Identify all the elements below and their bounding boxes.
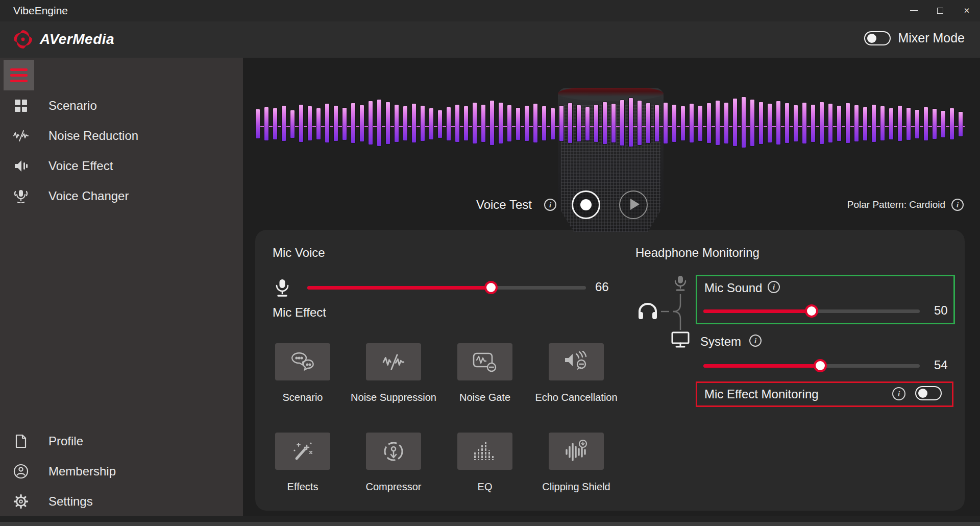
- waveform-bar: [533, 103, 538, 143]
- mic-effect-title: Mic Effect: [273, 305, 326, 320]
- waveform-bar: [333, 105, 338, 141]
- mixer-mode-toggle[interactable]: [864, 31, 891, 45]
- voice-changer-mic-icon: [13, 188, 29, 204]
- waveform-bar: [594, 104, 599, 143]
- waveform-bar: [628, 98, 633, 147]
- sidebar-item-membership[interactable]: Membership: [0, 457, 243, 486]
- hamburger-icon: [10, 68, 28, 71]
- sidebar-item-settings[interactable]: Settings: [0, 487, 243, 516]
- controls-panel: Mic Voice 66 Mic Effect: [255, 230, 965, 511]
- mic-icon: [274, 278, 291, 298]
- effect-button-echo-cancellation[interactable]: [549, 343, 604, 380]
- waveform-bar: [290, 110, 295, 138]
- mic-sound-label: Mic Sound: [704, 281, 762, 295]
- effect-button-noise-suppression[interactable]: [366, 343, 421, 380]
- record-icon: [580, 199, 592, 210]
- waveform-bar: [819, 102, 824, 145]
- waveform-bar: [585, 107, 590, 141]
- maximize-button[interactable]: [927, 0, 953, 21]
- effect-button-compressor[interactable]: [366, 433, 421, 470]
- mic-effect-monitoring-toggle-knob: [918, 389, 927, 398]
- menu-button[interactable]: [4, 60, 34, 90]
- mic-voice-value: 66: [595, 280, 609, 294]
- member-icon: [13, 464, 29, 479]
- sidebar-item-voice-changer[interactable]: Voice Changer: [0, 181, 243, 211]
- voice-test-info-icon[interactable]: i: [544, 199, 556, 211]
- waveform-bar: [854, 105, 859, 142]
- system-label: System: [700, 334, 741, 349]
- window-bottom-edge: [0, 522, 980, 526]
- sidebar-item-noise-reduction[interactable]: Noise Reduction: [0, 121, 243, 151]
- mic-sound-info-icon[interactable]: i: [768, 281, 780, 293]
- clipping-shield-icon: [564, 440, 589, 463]
- system-slider[interactable]: [703, 364, 920, 368]
- waveform-bar: [602, 102, 607, 145]
- waveform-bar: [299, 104, 304, 143]
- waveform-bar: [273, 108, 278, 140]
- waveform-bar: [394, 104, 399, 143]
- title-bar: VibeEngine ✕: [0, 0, 980, 21]
- effect-button-clipping-shield[interactable]: [549, 433, 604, 470]
- waveform-bar: [316, 108, 321, 140]
- waveform-bar: [611, 103, 616, 143]
- sidebar-item-profile[interactable]: Profile: [0, 426, 243, 456]
- waveform-bar: [646, 103, 651, 144]
- waveform-bar: [472, 102, 477, 144]
- waveform-bar: [889, 108, 894, 140]
- waveform-bar: [941, 110, 946, 138]
- mic-voice-slider-knob[interactable]: [484, 281, 498, 294]
- mic-voice-slider[interactable]: [307, 286, 586, 290]
- mic-sound-slider-knob[interactable]: [805, 304, 818, 318]
- minimize-button[interactable]: [900, 0, 927, 21]
- brand-logo: AVerMedia: [11, 28, 114, 51]
- waveform-bar: [923, 107, 928, 141]
- system-monitor-icon: [671, 331, 690, 348]
- window-title: VibeEngine: [13, 0, 68, 21]
- waveform-bar: [507, 105, 512, 142]
- waveform-bar: [758, 102, 764, 145]
- waveform-bar: [420, 105, 425, 141]
- waveform-bar: [741, 97, 746, 149]
- system-slider-knob[interactable]: [814, 359, 827, 372]
- sidebar-item-scenario[interactable]: Scenario: [0, 91, 243, 121]
- polar-pattern-info-icon[interactable]: i: [951, 199, 964, 211]
- waveform-bar: [915, 109, 920, 139]
- magic-wand-icon: [291, 441, 314, 462]
- mic-effect-monitoring-toggle[interactable]: [915, 386, 942, 400]
- effect-label: Clipping Shield: [533, 480, 620, 493]
- headphone-monitoring-title: Headphone Monitoring: [635, 246, 760, 260]
- record-button[interactable]: [572, 190, 600, 219]
- waveform-bar: [489, 100, 495, 146]
- waveform-bar: [706, 103, 712, 144]
- waveform-bar: [463, 106, 469, 141]
- effect-button-scenario[interactable]: [275, 343, 330, 380]
- waveform-bar: [750, 99, 755, 147]
- effect-label: Scenario: [259, 391, 346, 404]
- waveform-bar: [368, 101, 373, 145]
- waveform-bar: [958, 111, 963, 137]
- waveform-bar: [724, 102, 729, 144]
- waveform-bar: [325, 103, 330, 143]
- document-icon: [13, 434, 29, 449]
- close-button[interactable]: ✕: [953, 0, 980, 21]
- waveform-bar: [837, 105, 842, 141]
- waveform-bar: [403, 106, 408, 141]
- mic-sound-slider[interactable]: [703, 309, 920, 313]
- effect-button-eq[interactable]: [457, 433, 512, 470]
- waveform-bar: [949, 108, 954, 140]
- waveform-bar: [377, 99, 382, 147]
- sidebar-item-voice-effect[interactable]: Voice Effect: [0, 151, 243, 181]
- system-value: 54: [934, 358, 948, 372]
- play-button[interactable]: [619, 190, 648, 219]
- effect-button-effects[interactable]: [275, 433, 330, 470]
- waveform-bar: [793, 105, 798, 142]
- mic-effect-monitoring-info-icon[interactable]: i: [892, 387, 905, 400]
- effect-button-noise-gate[interactable]: [457, 343, 512, 380]
- waveform-bar: [307, 106, 312, 141]
- system-info-icon[interactable]: i: [749, 334, 762, 347]
- grid-icon: [13, 98, 29, 113]
- effect-label: Compressor: [350, 480, 437, 493]
- waveform-bar: [264, 107, 269, 141]
- waveform-bar: [446, 107, 451, 141]
- waveform-bar: [255, 109, 260, 139]
